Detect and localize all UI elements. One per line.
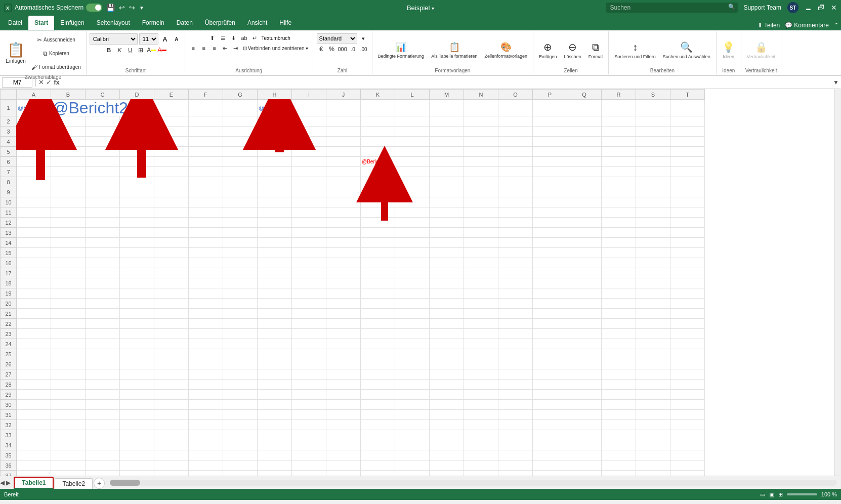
- cell-M18[interactable]: [430, 278, 464, 288]
- cell-R18[interactable]: [602, 278, 636, 288]
- user-avatar[interactable]: ST: [787, 2, 798, 13]
- cell-S12[interactable]: [636, 218, 670, 228]
- cell-G36[interactable]: [223, 460, 258, 471]
- cell-C36[interactable]: [86, 460, 120, 471]
- cell-T13[interactable]: [670, 228, 705, 238]
- cell-R31[interactable]: [602, 410, 636, 420]
- cell-N13[interactable]: [464, 228, 498, 238]
- cell-F9[interactable]: [189, 187, 223, 197]
- cell-J27[interactable]: [326, 369, 361, 380]
- cell-D19[interactable]: [120, 288, 154, 299]
- cell-I27[interactable]: [292, 369, 326, 380]
- cell-M11[interactable]: [430, 207, 464, 218]
- cell-B20[interactable]: [51, 299, 86, 309]
- cell-S29[interactable]: [636, 390, 670, 400]
- cell-E14[interactable]: [154, 238, 189, 248]
- cell-I11[interactable]: [292, 207, 326, 218]
- cell-M20[interactable]: [430, 299, 464, 309]
- cell-L37[interactable]: [395, 471, 430, 476]
- cell-B5[interactable]: [51, 147, 86, 157]
- cell-Q9[interactable]: [567, 187, 602, 197]
- cell-B9[interactable]: [51, 187, 86, 197]
- cell-T33[interactable]: [670, 430, 705, 440]
- cell-J9[interactable]: [326, 187, 361, 197]
- cell-E30[interactable]: [154, 400, 189, 410]
- cell-Q37[interactable]: [567, 471, 602, 476]
- cell-N26[interactable]: [464, 359, 498, 369]
- cell-E32[interactable]: [154, 420, 189, 430]
- cell-S25[interactable]: [636, 349, 670, 359]
- cell-S31[interactable]: [636, 410, 670, 420]
- center-align-btn[interactable]: ≡: [199, 44, 209, 53]
- cell-Q20[interactable]: [567, 299, 602, 309]
- cell-P7[interactable]: [533, 167, 567, 177]
- cell-E16[interactable]: [154, 258, 189, 268]
- cell-T2[interactable]: [670, 116, 705, 127]
- cell-P9[interactable]: [533, 187, 567, 197]
- cell-P21[interactable]: [533, 309, 567, 319]
- col-header-L[interactable]: L: [395, 90, 430, 100]
- teilen-btn[interactable]: ⬆ Teilen: [758, 22, 780, 29]
- cell-K2[interactable]: [361, 116, 395, 127]
- cell-K5[interactable]: [361, 147, 395, 157]
- cell-O3[interactable]: [498, 127, 533, 137]
- cell-S2[interactable]: [636, 116, 670, 127]
- cell-K3[interactable]: [361, 127, 395, 137]
- col-header-T[interactable]: T: [670, 90, 705, 100]
- cell-D32[interactable]: [120, 420, 154, 430]
- cell-T34[interactable]: [670, 440, 705, 450]
- cell-F16[interactable]: [189, 258, 223, 268]
- cell-P23[interactable]: [533, 329, 567, 339]
- col-header-M[interactable]: M: [430, 90, 464, 100]
- cell-S33[interactable]: [636, 430, 670, 440]
- cell-M1[interactable]: [430, 100, 464, 116]
- cell-N16[interactable]: [464, 258, 498, 268]
- cell-Q28[interactable]: [567, 380, 602, 390]
- cell-M34[interactable]: [430, 440, 464, 450]
- cell-B27[interactable]: [51, 369, 86, 380]
- col-header-K[interactable]: K: [361, 90, 395, 100]
- cell-G23[interactable]: [223, 329, 258, 339]
- cell-M29[interactable]: [430, 390, 464, 400]
- cell-D28[interactable]: [120, 380, 154, 390]
- cell-E2[interactable]: [154, 116, 189, 127]
- cell-I12[interactable]: [292, 218, 326, 228]
- cell-A23[interactable]: [17, 329, 51, 339]
- cell-R36[interactable]: [602, 460, 636, 471]
- cell-O22[interactable]: [498, 319, 533, 329]
- cell-E12[interactable]: [154, 218, 189, 228]
- cell-A26[interactable]: [17, 359, 51, 369]
- cell-E18[interactable]: [154, 278, 189, 288]
- cell-E5[interactable]: [154, 147, 189, 157]
- cell-M16[interactable]: [430, 258, 464, 268]
- cell-Q27[interactable]: [567, 369, 602, 380]
- cell-Q4[interactable]: [567, 137, 602, 147]
- cell-K13[interactable]: [361, 228, 395, 238]
- cell-R12[interactable]: [602, 218, 636, 228]
- cell-N5[interactable]: [464, 147, 498, 157]
- cell-M24[interactable]: [430, 339, 464, 349]
- cell-E9[interactable]: [154, 187, 189, 197]
- cell-F23[interactable]: [189, 329, 223, 339]
- cell-H25[interactable]: [258, 349, 292, 359]
- cell-N32[interactable]: [464, 420, 498, 430]
- cell-I9[interactable]: [292, 187, 326, 197]
- cell-H33[interactable]: [258, 430, 292, 440]
- col-header-P[interactable]: P: [533, 90, 567, 100]
- cell-B24[interactable]: [51, 339, 86, 349]
- cell-H23[interactable]: [258, 329, 292, 339]
- cell-G5[interactable]: [223, 147, 258, 157]
- cell-G7[interactable]: [223, 167, 258, 177]
- cell-K31[interactable]: [361, 410, 395, 420]
- cell-I14[interactable]: [292, 238, 326, 248]
- cell-H30[interactable]: [258, 400, 292, 410]
- cell-S36[interactable]: [636, 460, 670, 471]
- cell-F5[interactable]: [189, 147, 223, 157]
- cell-C15[interactable]: [86, 248, 120, 258]
- cell-S3[interactable]: [636, 127, 670, 137]
- cell-D33[interactable]: [120, 430, 154, 440]
- cell-J22[interactable]: [326, 319, 361, 329]
- cell-N7[interactable]: [464, 167, 498, 177]
- cell-B29[interactable]: [51, 390, 86, 400]
- cell-G2[interactable]: [223, 116, 258, 127]
